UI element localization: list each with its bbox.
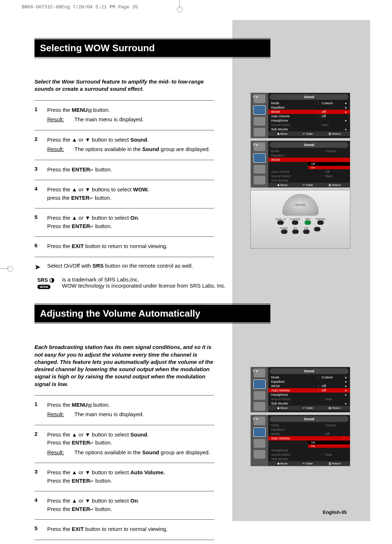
step-3: 3 Press the ENTER↵ button. <box>34 163 220 176</box>
crop-mark-icon <box>0 263 16 274</box>
crop-mark-icon <box>174 0 185 15</box>
step-5: 5 Press the EXIT button to return to nor… <box>34 523 220 536</box>
section-title-wow: Selecting WOW Surround <box>34 39 270 57</box>
step-4: 4 Press the ▲ or ▼ buttons to select WOW… <box>34 183 220 204</box>
section-title-autovolume: Adjusting the Volume Automatically <box>34 305 270 322</box>
result-label: Result: <box>47 115 74 124</box>
step-1: 1 Press the MENU▤ button. Result:The mai… <box>34 398 220 421</box>
result-text: The options available in the Sound group… <box>74 145 210 154</box>
enter-icon: ↵ <box>90 167 94 172</box>
srs-trademark: SRS ◑ WOW is a trademark of SRS Labs,Inc… <box>37 274 233 304</box>
step-2: 2 Press the ▲ or ▼ button to select Soun… <box>34 133 220 156</box>
step-4: 4 Press the ▲ or ▼ button to select On. … <box>34 494 220 516</box>
note-srs: ➤ Select On/Off with SRS button on the r… <box>34 260 220 274</box>
step-5: 5 Press the ▲ or ▼ button to select On. … <box>34 211 220 233</box>
step-1: 1 Press the MENU▤ button. Result:The mai… <box>34 103 220 126</box>
enter-icon: ↵ <box>90 196 93 201</box>
step-6: 6 Press the EXIT button to return to nor… <box>34 240 220 253</box>
divider <box>34 100 214 101</box>
enter-icon: ↵ <box>90 479 94 484</box>
menu-icon: ▤ <box>88 403 92 408</box>
print-header: BN68-00751C-00Eng 7/20/04 5:21 PM Page 3… <box>22 4 138 10</box>
step-3: 3 Press the ▲ or ▼ button to select Auto… <box>34 466 220 487</box>
enter-icon: ↵ <box>90 224 94 229</box>
enter-icon: ↵ <box>90 507 94 512</box>
page-number: English-35 <box>323 510 347 515</box>
enter-icon: ↵ <box>90 441 94 446</box>
section-intro: Select the Wow Surround feature to ampli… <box>34 78 216 93</box>
pointer-icon: ➤ <box>34 263 47 271</box>
step-2: 2 Press the ▲ or ▼ button to select Soun… <box>34 428 220 459</box>
section-intro: Each broadcasting station has its own si… <box>34 344 216 388</box>
menu-icon: ▤ <box>88 108 92 113</box>
